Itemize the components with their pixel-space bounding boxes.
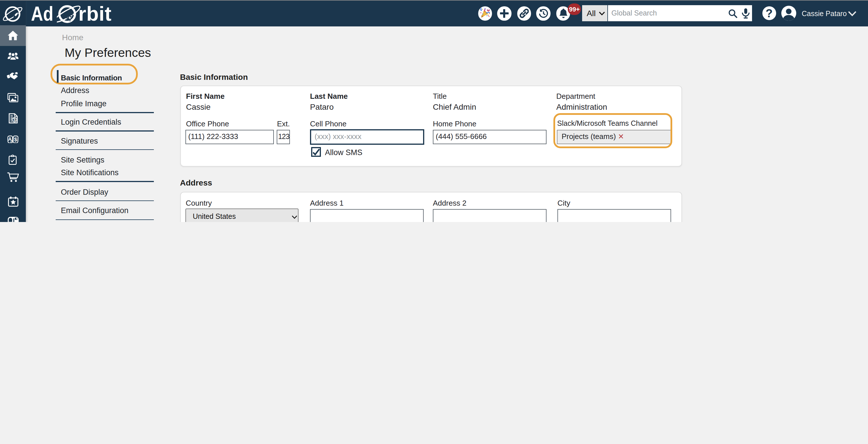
svg-text:$: $ bbox=[14, 136, 17, 142]
svg-text:$: $ bbox=[13, 117, 16, 122]
svg-text:p: p bbox=[10, 139, 12, 142]
